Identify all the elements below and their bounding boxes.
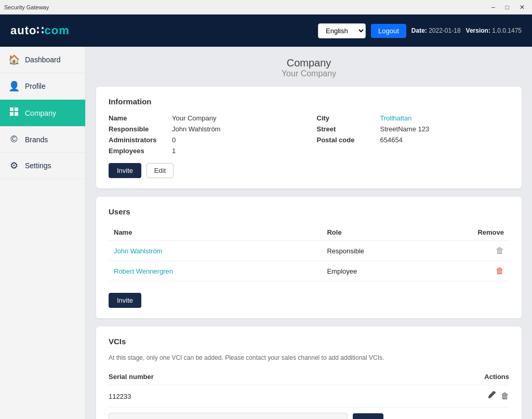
city-value: Trollhattan bbox=[380, 114, 412, 122]
remove-cell: 🗑 bbox=[468, 261, 509, 281]
version-label: Version: bbox=[466, 27, 490, 34]
administrators-label: Administrators bbox=[109, 136, 166, 144]
date-value: 2022-01-18 bbox=[429, 27, 460, 34]
trash-icon[interactable]: 🗑 bbox=[496, 266, 504, 275]
info-employees-row: Employees 1 bbox=[109, 147, 301, 155]
language-select[interactable]: English Svenska bbox=[318, 23, 366, 38]
minimize-button[interactable]: – bbox=[488, 3, 498, 12]
home-icon: 🏠 bbox=[8, 54, 20, 65]
settings-icon: ⚙ bbox=[8, 160, 20, 171]
sidebar-item-profile[interactable]: 👤 Profile bbox=[0, 73, 85, 100]
vcis-note: At this stage, only one VCI can be added… bbox=[109, 354, 509, 361]
info-left: Name Your Company Responsible John Wahls… bbox=[109, 114, 301, 158]
delete-vci-icon[interactable]: 🗑 bbox=[501, 391, 509, 401]
vcis-col-actions: Actions bbox=[457, 369, 509, 385]
users-card: Users Name Role Remove John Wahlström Re… bbox=[96, 197, 522, 318]
svg-rect-3 bbox=[15, 112, 18, 116]
users-col-remove: Remove bbox=[468, 224, 509, 241]
profile-icon: 👤 bbox=[8, 80, 20, 92]
info-actions: Invite Edit bbox=[109, 158, 509, 178]
users-col-name: Name bbox=[109, 224, 322, 241]
app-title: Security Gateway bbox=[4, 4, 49, 10]
user-name[interactable]: Robert Wennergren bbox=[109, 261, 322, 281]
sidebar-label-settings: Settings bbox=[25, 161, 51, 170]
user-name[interactable]: John Wahlström bbox=[109, 241, 322, 261]
postal-value: 654654 bbox=[380, 136, 403, 144]
sidebar-item-settings[interactable]: ⚙ Settings bbox=[0, 153, 85, 179]
street-value: StreetName 123 bbox=[380, 125, 430, 133]
users-table: Name Role Remove John Wahlström Responsi… bbox=[109, 224, 509, 281]
employees-label: Employees bbox=[109, 147, 166, 155]
logo-auto: auto bbox=[10, 24, 36, 37]
sidebar-item-brands[interactable]: © Brands bbox=[0, 127, 85, 153]
vcis-col-serial: Serial number bbox=[109, 369, 457, 385]
svg-rect-2 bbox=[10, 112, 14, 116]
table-row: Robert Wennergren Employee 🗑 bbox=[109, 261, 509, 281]
vcis-add-row: Add bbox=[109, 413, 509, 419]
sidebar-item-dashboard[interactable]: 🏠 Dashboard bbox=[0, 47, 85, 73]
information-card: Information Name Your Company Responsibl… bbox=[96, 87, 522, 188]
responsible-value: John Wahlström bbox=[172, 125, 220, 133]
name-label: Name bbox=[109, 114, 166, 122]
info-administrators-row: Administrators 0 bbox=[109, 136, 301, 144]
info-city-row: City Trollhattan bbox=[317, 114, 510, 122]
vcis-card: VCIs At this stage, only one VCI can be … bbox=[96, 327, 522, 419]
version-value: 1.0.0.1475 bbox=[492, 27, 522, 34]
header-info: Date: 2022-01-18 Version: 1.0.0.1475 bbox=[411, 27, 522, 34]
svg-rect-1 bbox=[15, 107, 18, 111]
brands-icon: © bbox=[8, 134, 20, 145]
sidebar-label-brands: Brands bbox=[25, 136, 48, 144]
users-title: Users bbox=[109, 207, 509, 216]
page-subtitle: Your Company bbox=[96, 69, 522, 78]
employees-value: 1 bbox=[172, 147, 176, 155]
sidebar-label-profile: Profile bbox=[25, 82, 46, 90]
vcis-add-button[interactable]: Add bbox=[353, 413, 383, 419]
sidebar: 🏠 Dashboard 👤 Profile Company © Brands ⚙ bbox=[0, 47, 86, 419]
info-edit-button[interactable]: Edit bbox=[147, 163, 174, 178]
table-row: 112233 🗑 bbox=[109, 385, 509, 408]
page-title: Company bbox=[96, 57, 522, 69]
company-icon bbox=[8, 107, 20, 119]
main-content: Company Your Company Information Name Yo… bbox=[86, 47, 532, 419]
vci-actions-cell: 🗑 bbox=[457, 385, 509, 408]
table-row: John Wahlström Responsible 🗑 bbox=[109, 241, 509, 261]
logo-separator: ∷ bbox=[36, 24, 44, 37]
administrators-value: 0 bbox=[172, 136, 176, 144]
postal-label: Postal code bbox=[317, 136, 374, 144]
app-body: 🏠 Dashboard 👤 Profile Company © Brands ⚙ bbox=[0, 47, 532, 419]
user-role: Responsible bbox=[322, 241, 468, 261]
users-invite-button[interactable]: Invite bbox=[109, 293, 141, 308]
maximize-button[interactable]: □ bbox=[502, 3, 512, 12]
vcis-serial-input[interactable] bbox=[109, 413, 348, 419]
street-label: Street bbox=[317, 125, 374, 133]
close-button[interactable]: ✕ bbox=[516, 3, 528, 12]
vcis-title: VCIs bbox=[109, 337, 509, 346]
logo: auto∷com bbox=[10, 24, 70, 37]
sidebar-label-company: Company bbox=[25, 109, 56, 117]
info-invite-button[interactable]: Invite bbox=[109, 163, 141, 178]
responsible-label: Responsible bbox=[109, 125, 166, 133]
remove-cell: 🗑 bbox=[468, 241, 509, 261]
sidebar-label-dashboard: Dashboard bbox=[25, 56, 61, 64]
edit-vci-icon[interactable] bbox=[487, 390, 497, 402]
vci-serial: 112233 bbox=[109, 385, 457, 408]
users-col-role: Role bbox=[322, 224, 468, 241]
city-label: City bbox=[317, 114, 374, 122]
page-header: Company Your Company bbox=[96, 57, 522, 78]
info-right: City Trollhattan Street StreetName 123 P… bbox=[317, 114, 510, 158]
information-title: Information bbox=[109, 97, 509, 106]
sidebar-item-company[interactable]: Company bbox=[0, 100, 85, 127]
info-responsible-row: Responsible John Wahlström bbox=[109, 125, 301, 133]
logout-button[interactable]: Logout bbox=[371, 24, 406, 38]
information-grid: Name Your Company Responsible John Wahls… bbox=[109, 114, 509, 158]
title-bar: Security Gateway – □ ✕ bbox=[0, 0, 532, 15]
date-label: Date: bbox=[411, 27, 427, 34]
user-role: Employee bbox=[322, 261, 468, 281]
info-postal-row: Postal code 654654 bbox=[317, 136, 510, 144]
vcis-table: Serial number Actions 112233 🗑 bbox=[109, 369, 509, 408]
svg-rect-0 bbox=[10, 107, 14, 111]
trash-icon[interactable]: 🗑 bbox=[496, 246, 504, 255]
window-controls: – □ ✕ bbox=[488, 3, 528, 12]
info-name-row: Name Your Company bbox=[109, 114, 301, 122]
header-right: English Svenska Logout Date: 2022-01-18 … bbox=[318, 23, 522, 38]
